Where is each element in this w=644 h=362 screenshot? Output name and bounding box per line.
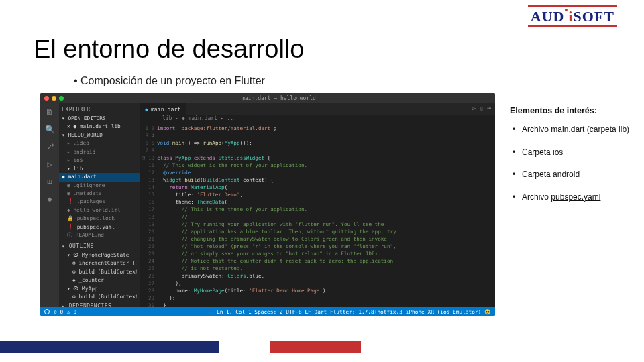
file-tree-item[interactable]: ◉ .gitignore [62, 182, 137, 190]
slide-subtitle: Composición de un proyecto en Flutter [74, 75, 265, 87]
run-play-icon[interactable]: ▷ [472, 105, 476, 111]
status-errors[interactable]: ⊘ 0 [54, 309, 63, 315]
notes-column: Elementos de interés: Archivo main.dart … [510, 106, 631, 215]
file-tree-item[interactable]: ⓘ README.md [62, 231, 137, 239]
split-editor-icon[interactable]: ▯ [480, 105, 483, 111]
file-tree-item[interactable]: ❗ pubspec.yaml [62, 223, 137, 231]
slide-title: El entorno de desarrollo [34, 35, 304, 64]
editor-tabs[interactable]: ◆main.dart ▷ ▯ ⋯ [140, 103, 495, 115]
tab-main-dart[interactable]: ◆main.dart [140, 103, 186, 115]
file-tree-item[interactable]: ▸ ios [62, 156, 137, 164]
activity-bar[interactable]: 🗎 🔍 ⎇ ▷ ⊞ ◆ [40, 103, 59, 307]
window-minimize-icon [52, 96, 56, 101]
note-item: Carpeta android [510, 170, 631, 180]
outline-item[interactable]: ◆ _counter [62, 276, 137, 284]
vscode-screenshot: main.dart — hello_world 🗎 🔍 ⎇ ▷ ⊞ ◆ EXPL… [40, 93, 495, 316]
explorer-icon[interactable]: 🗎 [46, 107, 54, 117]
explorer-header: EXPLORER [62, 106, 137, 115]
file-tree-item[interactable]: ▾ lib [62, 165, 137, 173]
extensions-icon[interactable]: ⊞ [47, 177, 52, 186]
outline-section[interactable]: ▾ OUTLINE [62, 243, 137, 251]
logo: AUD•iSOFT [528, 5, 617, 27]
scm-icon[interactable]: ⎇ [45, 142, 54, 152]
debug-icon[interactable]: ▷ [47, 160, 52, 169]
file-tree-item[interactable]: ◉ .metadata [62, 190, 137, 198]
status-bar[interactable]: ⊘ 0 ⚠ 0 Ln 1, Col 1 Spaces: 2 UTF-8 LF D… [40, 307, 495, 316]
line-gutter: 1 2 3 4 5 6 7 8 9 10 11 12 13 14 15 16 1… [140, 103, 157, 307]
file-tree-item[interactable]: ▸ .idea [62, 139, 137, 147]
outline-item[interactable]: ▾ ⦿ MyApp [62, 285, 137, 293]
more-icon[interactable]: ⋯ [488, 105, 491, 111]
outline-item[interactable]: ▾ ⦿ MyHomePageState [62, 251, 137, 259]
open-editors-section[interactable]: ▾ OPEN EDITORS [62, 115, 137, 123]
flutter-icon[interactable]: ◆ [47, 194, 52, 204]
open-editor-file[interactable]: ✕ ● main.dart lib [62, 123, 137, 131]
search-icon[interactable]: 🔍 [45, 125, 55, 134]
footer-stripe [0, 341, 644, 353]
file-tree-item[interactable]: ❗ .packages [62, 198, 137, 206]
note-item: Archivo pubspec.yaml [510, 192, 631, 203]
outline-item[interactable]: ⚙ build (BuildContext context) [62, 293, 137, 301]
sync-icon[interactable] [44, 309, 50, 314]
window-title: main.dart — hello_world [241, 95, 316, 101]
project-root[interactable]: ▾ HELLO_WORLD [62, 131, 137, 139]
note-item: Archivo main.dart (carpeta lib) [510, 125, 631, 135]
breadcrumb[interactable]: lib ▸ ◆ main.dart ▸ ... [162, 115, 237, 121]
status-warnings[interactable]: ⚠ 0 [67, 309, 76, 315]
file-tree-item[interactable]: ▸ android [62, 148, 137, 156]
file-tree-item[interactable]: 🔒 pubspec.lock [62, 215, 137, 223]
notes-heading: Elementos de interés: [510, 106, 631, 115]
file-tree-item[interactable]: ◆ main.dart [59, 173, 140, 181]
window-zoom-icon [59, 96, 64, 101]
explorer-sidebar[interactable]: EXPLORER ▾ OPEN EDITORS ✕ ● main.dart li… [59, 103, 140, 307]
file-tree-item[interactable]: ◆ hello_world.iml [62, 206, 137, 215]
code-content[interactable]: import 'package:flutter/material.dart'; … [157, 103, 495, 307]
outline-item[interactable]: ⚙ incrementCounter () [62, 259, 137, 267]
window-titlebar: main.dart — hello_world [40, 93, 495, 103]
note-item: Carpeta ios [510, 147, 631, 158]
outline-item[interactable]: ⚙ build (BuildContext context) [62, 268, 137, 276]
code-area[interactable]: ◆main.dart ▷ ▯ ⋯ lib ▸ ◆ main.dart ▸ ...… [140, 103, 495, 307]
window-close-icon [44, 96, 49, 101]
